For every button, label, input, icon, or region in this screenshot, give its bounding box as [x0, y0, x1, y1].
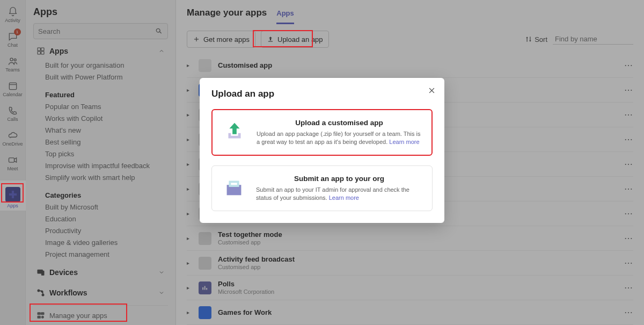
svg-rect-23	[231, 183, 237, 185]
card-title: Submit an app to your org	[256, 175, 422, 183]
card-desc: Submit an app to your IT admin for appro…	[256, 186, 422, 202]
learn-more-link[interactable]: Learn more	[389, 139, 419, 145]
upload-customised-app-card[interactable]: Upload a customised app Upload an app pa…	[211, 109, 433, 156]
card-title: Upload a customised app	[257, 119, 422, 127]
submit-illustration-icon	[222, 175, 246, 199]
close-button[interactable]	[428, 86, 436, 97]
close-icon	[428, 86, 436, 95]
upload-illustration-icon	[222, 119, 247, 143]
submit-to-org-card[interactable]: Submit an app to your org Submit an app …	[211, 165, 433, 211]
modal-title: Upload an app	[211, 89, 433, 99]
upload-app-modal: Upload an app Upload a customised app Up…	[200, 78, 444, 223]
card-desc: Upload an app package (.zip file) for yo…	[257, 130, 422, 146]
learn-more-link[interactable]: Learn more	[329, 194, 359, 201]
